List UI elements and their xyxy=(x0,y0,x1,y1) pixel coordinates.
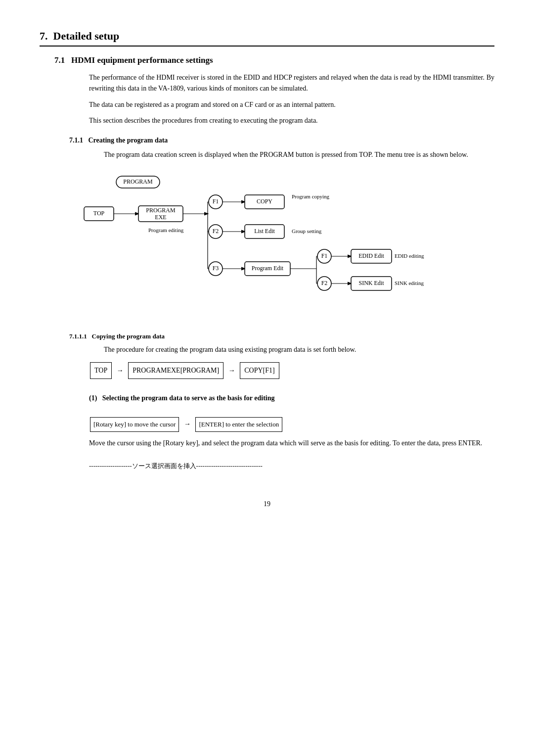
flow-top: TOP xyxy=(90,362,112,379)
key-enter: [ENTER] to enter the selection xyxy=(195,417,282,432)
key-arrow: → xyxy=(184,420,191,427)
para-4: The program data creation screen is disp… xyxy=(104,149,494,160)
f2-node: F2 xyxy=(213,228,219,235)
flow-arrow-1: → xyxy=(117,367,124,374)
instruction-1: (1) Selecting the program data to serve … xyxy=(89,393,494,404)
page-number: 19 xyxy=(40,500,494,508)
flow-row: TOP → PROGRAMEXE[PROGRAM] → COPY[F1] xyxy=(89,362,494,379)
program-node-label: PROGRAM xyxy=(123,178,153,185)
program-copying-label: Program copying xyxy=(292,193,330,199)
program-edit-node: Program Edit xyxy=(252,265,284,272)
list-edit-node: List Edit xyxy=(254,228,275,235)
f1b-node: F1 xyxy=(321,252,328,259)
program-exe-node: PROGRAM xyxy=(146,207,176,214)
f1-node: F1 xyxy=(213,198,219,205)
program-editing-label: Program editing xyxy=(148,227,184,233)
f2b-node: F2 xyxy=(321,280,328,286)
flow-programexe: PROGRAMEXE[PROGRAM] xyxy=(128,362,223,379)
sink-edit-node: SINK Edit xyxy=(359,280,385,286)
para-2: The data can be registered as a program … xyxy=(89,99,494,110)
flow-arrow-2: → xyxy=(228,367,235,374)
copy-node: COPY xyxy=(257,198,272,205)
section-7-1-heading: 7.1 HDMI equipment performance settings xyxy=(54,55,494,65)
menu-tree-svg: PROGRAM TOP PROGRAM EXE Program editing … xyxy=(69,172,455,321)
edid-editing-label: EDID editing xyxy=(395,252,424,258)
para-1: The performance of the HDMI receiver is … xyxy=(89,72,494,94)
para-3: This section describes the procedures fr… xyxy=(89,115,494,126)
subsection-7-1-1-heading: 7.1.1 Creating the program data xyxy=(69,137,494,144)
top-node: TOP xyxy=(93,210,105,217)
chapter-heading: 7. Detailed setup xyxy=(40,30,494,47)
program-exe-node2: EXE xyxy=(155,214,166,221)
subsubsection-copying-heading: 7.1.1.1 Copying the program data xyxy=(69,332,494,340)
sink-editing-label: SINK editing xyxy=(395,280,424,285)
key-rotary: [Rotary key] to move the cursor xyxy=(90,417,179,432)
jp-line: --------------------ソース選択画面を挿入----------… xyxy=(89,462,494,471)
menu-tree-diagram: PROGRAM TOP PROGRAM EXE Program editing … xyxy=(69,172,494,321)
key-flow-row: [Rotary key] to move the cursor → [ENTER… xyxy=(89,417,494,432)
f3-node: F3 xyxy=(213,265,219,272)
flow-copy-f1: COPY[F1] xyxy=(240,362,279,379)
para-copy-1: The procedure for creating the program d… xyxy=(104,344,494,355)
edid-edit-node: EDID Edit xyxy=(358,252,384,259)
para-key: Move the cursor using the [Rotary key], … xyxy=(89,438,494,449)
group-setting-label: Group setting xyxy=(292,228,322,234)
